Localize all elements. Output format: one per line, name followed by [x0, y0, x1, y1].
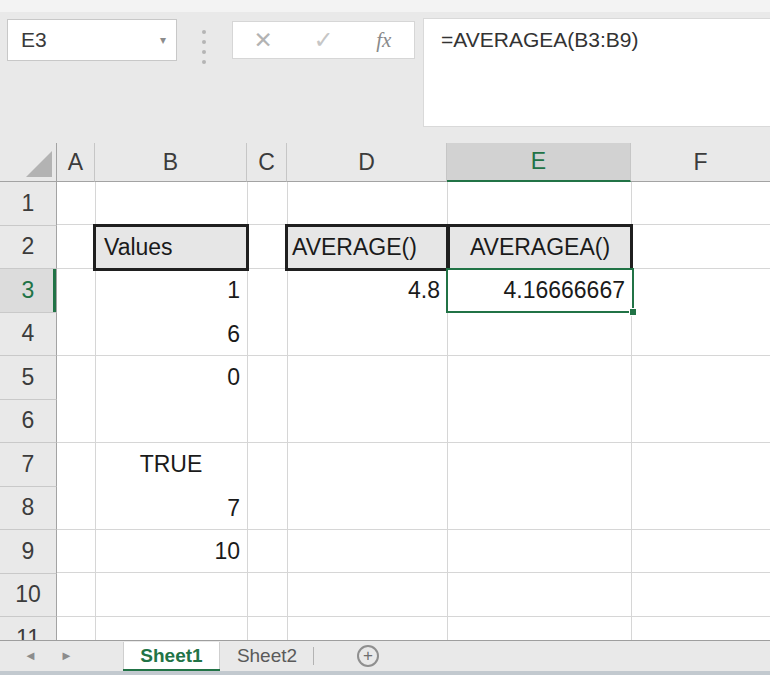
new-sheet-icon[interactable]: +	[357, 645, 379, 667]
cell-b8[interactable]: 7	[95, 487, 240, 531]
formula-bar-area: E3 ▾ ✕ ✓ fx =AVERAGEA(B3:B9)	[0, 0, 770, 143]
tab-divider	[313, 647, 314, 665]
cell-b9[interactable]: 10	[95, 530, 240, 574]
name-box-value: E3	[21, 28, 160, 52]
column-header-f[interactable]: F	[631, 143, 770, 182]
formula-input[interactable]: =AVERAGEA(B3:B9)	[423, 18, 770, 127]
row-header-11[interactable]: 11	[0, 617, 57, 640]
column-header-e-selected[interactable]: E	[447, 143, 631, 182]
cell-e2[interactable]: AVERAGEA()	[447, 224, 633, 271]
column-header-d[interactable]: D	[287, 143, 447, 182]
formula-bar-splitter-icon[interactable]	[202, 30, 206, 64]
column-headers: A B C D E F	[0, 143, 770, 182]
tab-sheet1[interactable]: Sheet1	[123, 642, 220, 669]
cell-b5[interactable]: 0	[95, 356, 240, 400]
sheet-tab-bar: ◄ ► Sheet1 Sheet2 +	[0, 640, 770, 671]
row-header-9[interactable]: 9	[0, 530, 57, 574]
row-header-3-selected[interactable]: 3	[0, 269, 57, 313]
insert-function-icon[interactable]: fx	[354, 28, 414, 53]
cell-b7[interactable]: TRUE	[95, 443, 247, 487]
spreadsheet-app: E3 ▾ ✕ ✓ fx =AVERAGEA(B3:B9) A B C D E F…	[0, 0, 770, 675]
bottom-edge-strip	[0, 671, 770, 675]
chevron-down-icon[interactable]: ▾	[160, 33, 166, 47]
cell-b3[interactable]: 1	[95, 269, 240, 313]
sheet-nav-left-icon[interactable]: ◄	[24, 648, 37, 663]
row-headers: 1 2 3 4 5 6 7 8 9 10 11	[0, 182, 57, 640]
sheet-nav-right-icon[interactable]: ►	[60, 648, 73, 663]
select-all-triangle-icon	[26, 151, 52, 177]
select-all-button[interactable]	[0, 143, 57, 182]
row-header-4[interactable]: 4	[0, 313, 57, 357]
formula-button-group: ✕ ✓ fx	[232, 21, 415, 59]
row-header-8[interactable]: 8	[0, 487, 57, 531]
cell-b2[interactable]: Values	[93, 224, 249, 271]
cell-e3-selected[interactable]: 4.16666667	[446, 268, 634, 313]
cell-d3[interactable]: 4.8	[287, 269, 440, 313]
row-header-7[interactable]: 7	[0, 443, 57, 487]
name-box[interactable]: E3 ▾	[7, 19, 177, 61]
enter-icon[interactable]: ✓	[293, 26, 353, 54]
column-header-b[interactable]: B	[95, 143, 247, 182]
row-header-6[interactable]: 6	[0, 400, 57, 444]
fill-handle[interactable]	[629, 308, 637, 316]
row-header-1[interactable]: 1	[0, 182, 57, 226]
tab-sheet2[interactable]: Sheet2	[224, 642, 310, 669]
cell-e3-value: 4.16666667	[503, 277, 625, 304]
row-header-10[interactable]: 10	[0, 574, 57, 618]
cancel-icon[interactable]: ✕	[233, 27, 293, 54]
column-header-c[interactable]: C	[247, 143, 287, 182]
row-header-5[interactable]: 5	[0, 356, 57, 400]
cell-d2[interactable]: AVERAGE()	[285, 224, 449, 271]
row-header-2[interactable]: 2	[0, 226, 57, 270]
cell-b4[interactable]: 6	[95, 313, 240, 357]
top-strip	[0, 0, 770, 12]
column-header-a[interactable]: A	[57, 143, 95, 182]
grid-body[interactable]: 1 2 3 4 5 6 7 8 9 10 11 Values AVERAGE()…	[0, 182, 770, 640]
